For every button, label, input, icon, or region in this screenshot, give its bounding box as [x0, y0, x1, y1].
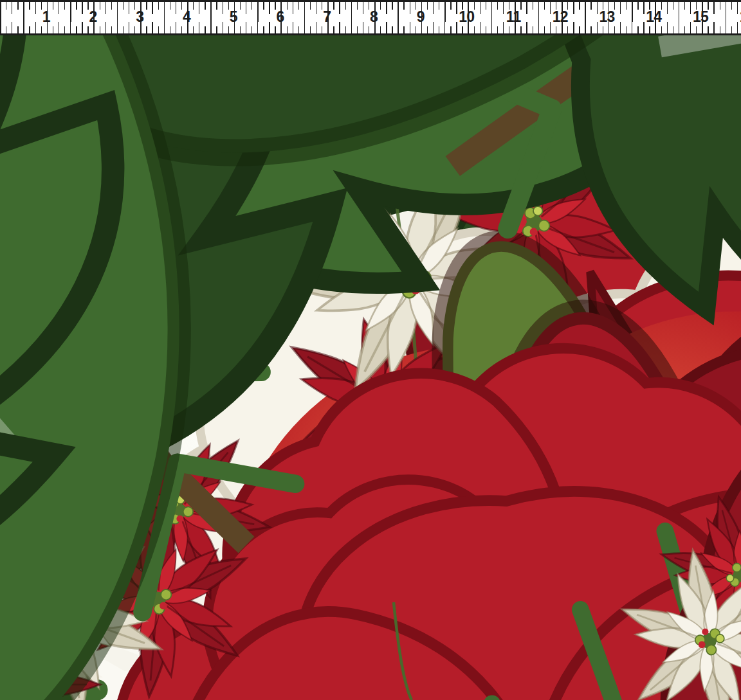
- ruler-number: 9: [417, 8, 425, 26]
- ruler-number: 8: [370, 8, 378, 26]
- ruler-number: 4: [183, 8, 190, 26]
- fabric-print: [0, 35, 741, 700]
- ruler-number: 5: [230, 8, 237, 26]
- ruler-number: 6: [276, 8, 284, 26]
- ruler-number: 15: [693, 8, 708, 26]
- ruler-number: 13: [599, 8, 615, 26]
- ruler-number: 11: [506, 8, 520, 26]
- ruler-number: 12: [553, 8, 568, 26]
- ruler: 1 2 3 4 5 6 7 8 9 10 11 12 13 14 15 16: [0, 0, 741, 35]
- ruler-number: 2: [89, 8, 96, 26]
- ruler-number: 1: [42, 8, 50, 26]
- ruler-number: 3: [136, 8, 143, 26]
- ruler-number: 10: [459, 8, 474, 26]
- fabric-swatch-image: 1 2 3 4 5 6 7 8 9 10 11 12 13 14 15 16: [0, 0, 741, 700]
- ruler-number: 14: [646, 8, 661, 26]
- ruler-number: 7: [323, 8, 331, 26]
